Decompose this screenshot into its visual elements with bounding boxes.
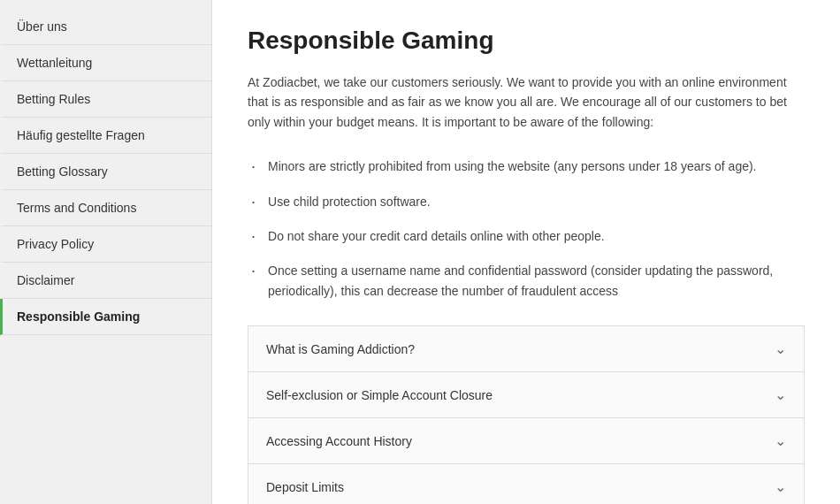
sidebar-item-betting-glossary[interactable]: Betting Glossary [0, 154, 211, 190]
chevron-down-icon: ⌄ [775, 478, 786, 495]
bullet-item: ·Once setting a username name and confid… [248, 254, 805, 308]
accordion-label-deposit-limits: Deposit Limits [266, 480, 344, 494]
bullet-text: Once setting a username name and confide… [268, 261, 805, 301]
accordion-header-gaming-addiction[interactable]: What is Gaming Addiction?⌄ [248, 326, 804, 371]
sidebar-item-betting-rules[interactable]: Betting Rules [0, 81, 211, 118]
sidebar-item-wettanleitung[interactable]: Wettanleitung [0, 45, 211, 81]
bullet-item: ·Use child protection software. [248, 185, 805, 219]
chevron-down-icon: ⌄ [775, 386, 786, 403]
sidebar-item-terms-conditions[interactable]: Terms and Conditions [0, 190, 211, 226]
accordion-section: What is Gaming Addiction?⌄Self-exclusion… [248, 325, 805, 504]
bullet-dot: · [251, 226, 256, 247]
sidebar-item-uber-uns[interactable]: Über uns [0, 9, 211, 45]
page-container: Über unsWettanleitungBetting RulesHäufig… [0, 0, 840, 504]
bullet-dot: · [251, 157, 256, 177]
accordion-item-deposit-limits: Deposit Limits⌄ [248, 464, 805, 504]
main-content: Responsible Gaming At Zodiacbet, we take… [212, 0, 840, 504]
accordion-header-account-history[interactable]: Accessing Account History⌄ [248, 418, 804, 463]
bullet-item: ·Minors are strictly prohibited from usi… [248, 149, 805, 184]
chevron-down-icon: ⌄ [775, 340, 786, 357]
intro-text: At Zodiacbet, we take our customers seri… [248, 73, 805, 132]
sidebar-item-haufig-gestellte[interactable]: Häufig gestellte Fragen [0, 118, 211, 154]
sidebar-item-privacy-policy[interactable]: Privacy Policy [0, 226, 211, 263]
accordion-item-account-history: Accessing Account History⌄ [248, 418, 805, 464]
bullet-list: ·Minors are strictly prohibited from usi… [248, 149, 805, 308]
chevron-down-icon: ⌄ [775, 432, 786, 449]
accordion-item-gaming-addiction: What is Gaming Addiction?⌄ [248, 325, 805, 372]
bullet-text: Minors are strictly prohibited from usin… [268, 157, 757, 176]
bullet-dot: · [251, 192, 256, 212]
accordion-header-self-exclusion[interactable]: Self-exclusion or Simple Account Closure… [248, 372, 804, 417]
bullet-text: Do not share your credit card details on… [268, 226, 605, 246]
accordion-label-gaming-addiction: What is Gaming Addiction? [266, 342, 415, 356]
bullet-text: Use child protection software. [268, 192, 431, 211]
sidebar-item-disclaimer[interactable]: Disclaimer [0, 263, 211, 299]
sidebar: Über unsWettanleitungBetting RulesHäufig… [0, 0, 212, 504]
accordion-header-deposit-limits[interactable]: Deposit Limits⌄ [248, 464, 804, 504]
sidebar-item-responsible-gaming[interactable]: Responsible Gaming [0, 299, 211, 335]
accordion-item-self-exclusion: Self-exclusion or Simple Account Closure… [248, 372, 805, 418]
accordion-label-self-exclusion: Self-exclusion or Simple Account Closure [266, 388, 493, 402]
bullet-item: ·Do not share your credit card details o… [248, 219, 805, 254]
page-title: Responsible Gaming [248, 27, 805, 55]
bullet-dot: · [251, 261, 256, 281]
accordion-label-account-history: Accessing Account History [266, 434, 412, 448]
